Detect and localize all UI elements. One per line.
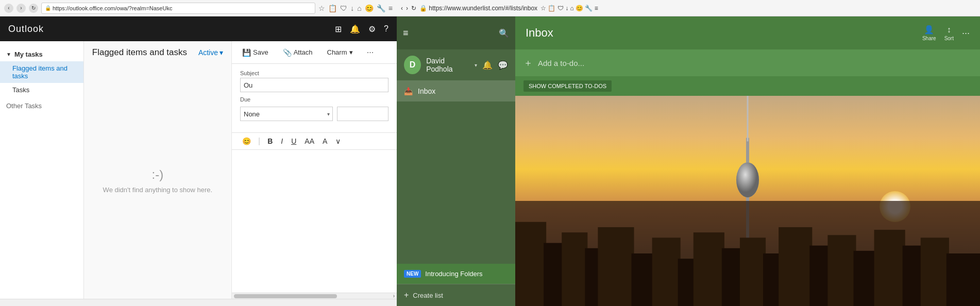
subject-label: Subject <box>240 70 388 76</box>
back-button[interactable]: ‹ <box>4 4 13 13</box>
svg-rect-20 <box>853 251 876 306</box>
smiley-icon: :-) <box>152 167 164 182</box>
settings-icon[interactable]: ⚙ <box>368 24 376 34</box>
sidebar-item-flagged[interactable]: Flagged items and tasks <box>0 61 83 83</box>
share-button[interactable]: 👤 Share <box>922 25 936 41</box>
readonly-icon[interactable]: 📋 <box>328 4 337 12</box>
wl-bell-icon[interactable]: 🔔 <box>482 60 493 70</box>
right-browser-toolbar: ☆ 📋 🛡 ↓ ⌂ 😊 🔧 ≡ <box>540 5 598 12</box>
sort-button[interactable]: ↕ Sort <box>944 25 954 41</box>
notifications-icon[interactable]: 🔔 <box>350 24 360 34</box>
more-formatting-button[interactable]: ∨ <box>333 136 343 146</box>
show-completed-button[interactable]: SHOW COMPLETED TO-DOS <box>523 80 612 92</box>
svg-rect-17 <box>779 227 812 306</box>
right-menu-icon[interactable]: ≡ <box>595 5 598 12</box>
svg-rect-21 <box>874 230 905 306</box>
wl-inbox-nav-item[interactable]: 📥 Inbox <box>397 81 515 101</box>
scroll-right-arrow[interactable]: › <box>393 293 395 299</box>
download-icon[interactable]: ↓ <box>350 4 354 12</box>
right-readonly-icon[interactable]: 📋 <box>548 5 555 12</box>
forward-button[interactable]: › <box>16 4 26 13</box>
city-silhouette-graphic <box>515 201 980 306</box>
my-tasks-section[interactable]: ▼ My tasks <box>0 47 83 61</box>
active-filter-button[interactable]: Active ▾ <box>198 48 223 57</box>
due-select[interactable]: None <box>240 107 333 121</box>
sidebar-item-tasks[interactable]: Tasks <box>0 83 83 97</box>
subject-input[interactable] <box>240 78 388 92</box>
help-icon[interactable]: ? <box>384 24 388 33</box>
emoji-icon[interactable]: 😊 <box>365 4 374 12</box>
svg-point-2 <box>736 162 759 197</box>
apps-icon[interactable]: ⊞ <box>335 24 342 34</box>
scrollbar-thumb <box>234 294 337 298</box>
due-select-wrapper: None ▾ <box>240 107 333 121</box>
sort-icon: ↕ <box>947 25 951 35</box>
right-forward-button[interactable]: › <box>406 5 408 12</box>
underline-button[interactable]: U <box>289 136 298 146</box>
more-button[interactable]: ··· <box>962 28 970 39</box>
bookmark-icon[interactable]: ☆ <box>318 4 325 12</box>
emoji-button[interactable]: 😊 <box>240 136 253 146</box>
charm-button[interactable]: Charm ▾ <box>323 46 357 58</box>
wl-spacer <box>397 101 515 264</box>
refresh-button[interactable]: ↻ <box>29 4 38 13</box>
wl-header-actions: 👤 Share ↕ Sort ··· <box>922 25 970 41</box>
more-options-button[interactable]: ··· <box>363 45 378 60</box>
shield-icon[interactable]: 🛡 <box>340 4 347 12</box>
wl-user-section[interactable]: D David Podhola ▾ 🔔 💬 <box>397 49 515 81</box>
outlook-logo: Outlook <box>8 24 44 35</box>
wl-chat-icon[interactable]: 💬 <box>498 60 508 70</box>
left-url-bar[interactable]: 🔒 https://outlook.office.com/owa/?realm=… <box>41 3 315 14</box>
home-icon[interactable]: ⌂ <box>357 4 361 12</box>
left-browser-bar: ‹ › ↻ 🔒 https://outlook.office.com/owa/?… <box>0 0 397 16</box>
more-icon: ··· <box>962 28 970 38</box>
extensions-icon[interactable]: 🔧 <box>377 4 385 12</box>
right-bookmark-icon[interactable]: ☆ <box>540 5 546 12</box>
add-todo-bar[interactable]: ＋ Add a to-do... <box>515 49 980 76</box>
wl-introducing-banner[interactable]: NEW Introducing Folders <box>397 264 515 284</box>
wl-search-icon[interactable]: 🔍 <box>499 28 509 38</box>
right-url-text: https://www.wunderlist.com/#/lists/inbox <box>429 5 537 12</box>
svg-rect-9 <box>598 227 634 306</box>
menu-icon[interactable]: ≡ <box>388 4 393 12</box>
horizontal-scrollbar[interactable]: › <box>232 293 397 299</box>
italic-button[interactable]: I <box>279 136 285 146</box>
right-back-button[interactable]: ‹ <box>401 5 403 12</box>
task-list-header: Flagged items and tasks Active ▾ <box>84 41 231 62</box>
outlook-header-right: ⊞ 🔔 ⚙ ? <box>335 24 388 34</box>
more-icon: ··· <box>367 48 374 57</box>
introducing-folders-text: Introducing Folders <box>425 270 482 278</box>
task-editor-toolbar: 💾 Save 📎 Attach Charm ▾ ··· <box>232 41 397 64</box>
right-shield-icon[interactable]: 🛡 <box>557 5 564 12</box>
right-emoji-icon[interactable]: 😊 <box>576 5 583 12</box>
wl-menu-icon[interactable]: ≡ <box>403 28 409 39</box>
wl-inbox-title: Inbox <box>526 26 553 40</box>
svg-rect-5 <box>515 222 546 306</box>
right-url-bar[interactable]: 🔒 https://www.wunderlist.com/#/lists/inb… <box>419 5 537 12</box>
bold-button[interactable]: B <box>265 136 275 146</box>
my-tasks-label: My tasks <box>14 50 43 58</box>
right-home-icon[interactable]: ⌂ <box>570 5 573 12</box>
wunderlist-sidebar: ≡ 🔍 D David Podhola ▾ 🔔 💬 📥 Inbox <box>397 16 515 306</box>
share-label: Share <box>922 36 936 41</box>
outlook-sidebar: ▼ My tasks Flagged items and tasks Tasks… <box>0 41 84 299</box>
save-button[interactable]: 💾 Save <box>238 46 273 59</box>
svg-rect-10 <box>632 253 655 306</box>
svg-rect-13 <box>694 232 724 306</box>
attach-button[interactable]: 📎 Attach <box>279 46 317 59</box>
rich-editor-toolbar: 😊 | B I U AA A ∨ <box>232 132 397 150</box>
svg-rect-19 <box>827 235 856 306</box>
right-panel: ‹ › ↻ 🔒 https://www.wunderlist.com/#/lis… <box>397 0 980 306</box>
font-size-button[interactable]: AA <box>302 136 316 146</box>
right-download-icon[interactable]: ↓ <box>565 5 568 12</box>
avatar: D <box>404 56 421 74</box>
attach-icon: 📎 <box>283 48 292 57</box>
right-refresh-button[interactable]: ↻ <box>411 5 416 12</box>
rich-editor-body[interactable] <box>232 150 397 293</box>
date-input[interactable] <box>337 107 388 121</box>
font-color-button[interactable]: A <box>320 136 329 146</box>
wl-create-list-button[interactable]: + Create list <box>397 284 515 306</box>
left-url-text: https://outlook.office.com/owa/?realm=Na… <box>53 5 172 11</box>
chevron-down-icon: ▼ <box>6 52 11 57</box>
right-extensions-icon[interactable]: 🔧 <box>585 5 593 12</box>
